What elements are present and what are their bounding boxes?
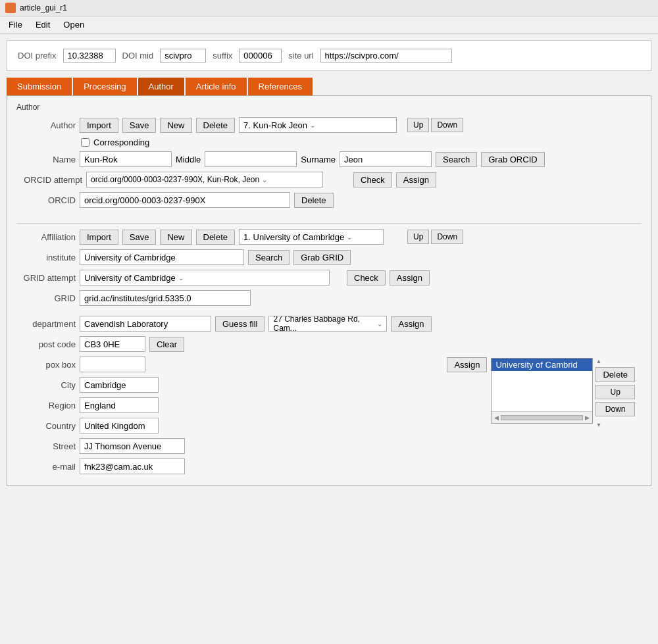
doi-prefix-label: DOI prefix <box>18 51 57 61</box>
region-label: Region <box>16 401 76 410</box>
name-input[interactable] <box>80 151 172 167</box>
affil-dropdown-arrow: ⌄ <box>347 234 352 241</box>
hscrollbar[interactable] <box>501 415 583 420</box>
affil-up-button[interactable]: Up <box>407 230 429 244</box>
name-search-button[interactable]: Search <box>436 152 477 167</box>
author-label: Author <box>16 120 76 130</box>
doi-mid-input[interactable] <box>160 49 206 62</box>
grab-orcid-button[interactable]: Grab ORCID <box>481 152 544 167</box>
grid-label: GRID <box>16 293 76 303</box>
tab-processing[interactable]: Processing <box>73 78 136 95</box>
author-save-button[interactable]: Save <box>122 118 157 133</box>
institute-search-button[interactable]: Search <box>248 250 290 265</box>
menu-file[interactable]: File <box>3 18 28 32</box>
author-dropdown[interactable]: 7. Kun-Rok Jeon ⌄ <box>239 117 397 133</box>
affil-down-button[interactable]: Down <box>431 230 463 244</box>
email-row: e-mail <box>16 458 487 474</box>
listbox-container[interactable]: University of Cambrid ◀ ▶ <box>491 358 593 424</box>
post-code-input[interactable] <box>80 336 145 352</box>
vscroll-down-arrow: ▼ <box>595 422 601 428</box>
grid-row: GRID <box>16 290 642 306</box>
doi-prefix-input[interactable] <box>63 49 116 62</box>
tab-submission[interactable]: Submission <box>7 78 72 95</box>
orcid-attempt-label: ORCID attempt <box>16 175 82 185</box>
orcid-delete-button[interactable]: Delete <box>294 193 334 208</box>
listbox-down-button[interactable]: Down <box>595 402 635 416</box>
country-input[interactable] <box>80 418 159 433</box>
doi-mid-label: DOI mid <box>122 51 154 61</box>
pox-box-label: pox box <box>16 360 76 370</box>
right-arrow: ▶ <box>585 414 590 421</box>
surname-input[interactable] <box>340 151 432 167</box>
orcid-attempt-dropdown[interactable]: orcid.org/0000-0003-0237-990X, Kun-Rok, … <box>86 172 323 187</box>
orcid-check-button[interactable]: Check <box>353 172 392 187</box>
dept-dropdown-arrow: ⌄ <box>377 320 382 328</box>
grid-attempt-row: GRID attempt University of Cambridge ⌄ C… <box>16 270 642 285</box>
author-up-button[interactable]: Up <box>407 118 429 132</box>
grab-grid-button[interactable]: Grab GRID <box>293 250 351 265</box>
affil-dropdown[interactable]: 1. University of Cambridge ⌄ <box>239 229 384 245</box>
city-input[interactable] <box>80 377 159 393</box>
name-label: Name <box>16 155 76 164</box>
street-input[interactable] <box>80 438 185 454</box>
department-row: department Guess fill 27 Charles Babbage… <box>16 316 642 332</box>
affil-new-button[interactable]: New <box>160 230 191 245</box>
corresponding-label: Corresponding <box>93 137 149 147</box>
doi-suffix-input[interactable] <box>239 49 282 62</box>
tab-references[interactable]: References <box>248 78 313 95</box>
orcid-input[interactable] <box>80 192 290 208</box>
author-down-button[interactable]: Down <box>431 118 463 132</box>
pox-box-area: pox box Assign City Region <box>16 357 642 479</box>
grid-check-button[interactable]: Check <box>347 270 386 285</box>
orcid-attempt-arrow: ⌄ <box>262 176 267 184</box>
region-input[interactable] <box>80 397 159 413</box>
grid-assign-button[interactable]: Assign <box>390 270 430 285</box>
guess-fill-button[interactable]: Guess fill <box>215 316 265 332</box>
affil-save-button[interactable]: Save <box>122 230 157 245</box>
listbox-up-button[interactable]: Up <box>595 385 635 399</box>
listbox-delete-button[interactable]: Delete <box>595 367 635 382</box>
grid-attempt-value: University of Cambridge <box>84 273 176 283</box>
listbox-and-buttons: University of Cambrid ◀ ▶ ▲ <box>491 358 635 428</box>
street-row: Street <box>16 438 487 454</box>
region-row: Region <box>16 397 487 413</box>
dept-assign-button[interactable]: Assign <box>391 316 431 332</box>
doi-site-url-label: site url <box>288 51 313 61</box>
affil-delete-button[interactable]: Delete <box>196 230 236 245</box>
pox-box-assign-button[interactable]: Assign <box>447 357 487 372</box>
main-content: DOI prefix DOI mid suffix site url Submi… <box>0 34 658 493</box>
author-dropdown-value: 7. Kun-Rok Jeon <box>243 120 307 130</box>
city-label: City <box>16 380 76 390</box>
author-dropdown-arrow: ⌄ <box>310 122 315 129</box>
institute-row: institute Search Grab GRID <box>16 249 642 265</box>
post-code-label: post code <box>16 339 76 349</box>
pox-box-input[interactable] <box>80 357 145 372</box>
orcid-assign-button[interactable]: Assign <box>396 172 436 187</box>
doi-site-url-input[interactable] <box>320 49 452 62</box>
email-input[interactable] <box>80 458 185 474</box>
tab-article-info[interactable]: Article info <box>186 78 247 95</box>
app-icon <box>5 3 16 13</box>
author-new-button[interactable]: New <box>160 118 191 133</box>
author-import-button[interactable]: Import <box>80 118 118 133</box>
tab-author[interactable]: Author <box>138 78 184 95</box>
middle-input[interactable] <box>205 151 297 167</box>
author-delete-button[interactable]: Delete <box>196 118 236 133</box>
menu-open[interactable]: Open <box>57 18 90 32</box>
dept-dropdown[interactable]: 27 Charles Babbage Rd, Cam... ⌄ <box>268 316 387 332</box>
affil-import-button[interactable]: Import <box>80 230 118 245</box>
corresponding-checkbox[interactable] <box>81 138 89 147</box>
listbox-item-0[interactable]: University of Cambrid <box>492 359 592 371</box>
department-input[interactable] <box>80 316 211 332</box>
tabs-row: Submission Processing Author Article inf… <box>7 78 651 95</box>
post-code-row: post code Clear <box>16 336 642 352</box>
menu-edit[interactable]: Edit <box>30 18 56 32</box>
post-code-clear-button[interactable]: Clear <box>149 337 184 352</box>
street-label: Street <box>16 441 76 451</box>
grid-input[interactable] <box>80 290 251 306</box>
institute-input[interactable] <box>80 249 244 265</box>
grid-attempt-label: GRID attempt <box>16 273 76 283</box>
listbox-side-buttons: ▲ Delete Up Down ▼ <box>595 358 635 428</box>
grid-attempt-dropdown[interactable]: University of Cambridge ⌄ <box>80 270 330 285</box>
affiliation-section: Affiliation Import Save New Delete 1. Un… <box>16 223 642 479</box>
